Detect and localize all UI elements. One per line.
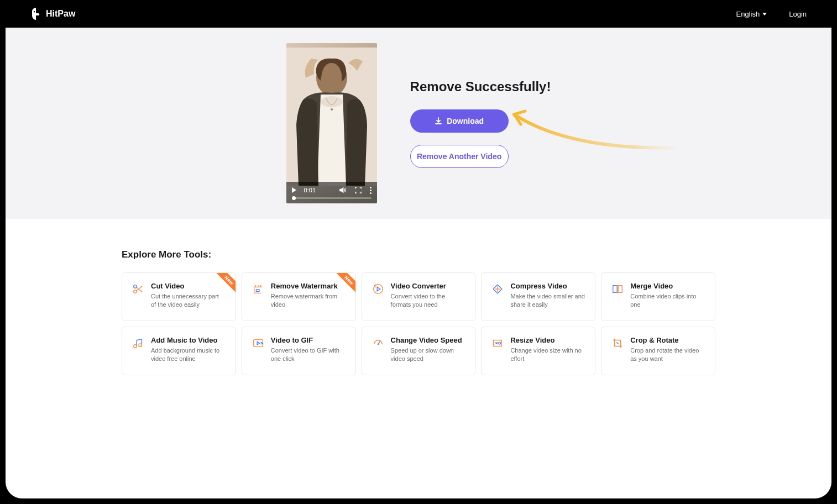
tool-desc: Speed up or slow down video speed	[391, 347, 465, 364]
svg-rect-12	[254, 340, 263, 347]
tool-title: Add Music to Video	[151, 336, 226, 344]
tools-section: Explore More Tools: Cut Video Cut the un…	[6, 219, 831, 375]
tool-card-cut-video[interactable]: Cut Video Cut the unnecessary part of th…	[122, 272, 236, 321]
merge-icon	[611, 283, 624, 295]
remove-another-button[interactable]: Remove Another Video	[410, 145, 509, 168]
language-selector[interactable]: English	[736, 10, 767, 18]
tool-card-merge-video[interactable]: Merge Video Combine video clips into one	[601, 272, 715, 321]
download-icon	[435, 117, 442, 125]
speed-icon	[372, 337, 384, 349]
crop-icon	[611, 337, 624, 349]
video-preview[interactable]: 0:01	[286, 43, 377, 203]
tool-title: Video to GIF	[271, 336, 346, 344]
remove-another-label: Remove Another Video	[417, 152, 501, 161]
resize-icon	[491, 337, 504, 349]
controls-row: 0:01	[292, 186, 372, 194]
download-label: Download	[447, 117, 484, 125]
tool-card-remove-watermark[interactable]: Remove Watermark Remove watermark from v…	[242, 272, 356, 321]
success-title: Remove Successfully!	[410, 79, 551, 95]
hitpaw-logo-icon	[30, 8, 41, 20]
more-options-icon[interactable]	[370, 187, 372, 194]
brand-logo[interactable]: HitPaw	[30, 8, 75, 20]
eraser-icon	[252, 283, 264, 295]
scissors-icon	[132, 283, 144, 295]
tool-title: Merge Video	[630, 282, 705, 290]
app-container: HitPaw English Login	[0, 0, 837, 504]
tool-desc: Change video size with no effort	[510, 347, 585, 364]
tools-heading: Explore More Tools:	[122, 249, 715, 260]
play-button[interactable]	[292, 187, 296, 193]
tool-title: Crop & Rotate	[630, 336, 705, 344]
tool-card-video-converter[interactable]: Video Converter Convert video to the for…	[362, 272, 476, 321]
progress-thumb[interactable]	[292, 196, 296, 200]
header-right: English Login	[736, 10, 807, 18]
tool-title: Remove Watermark	[271, 282, 346, 290]
tool-desc: Convert video to GIF with one click	[271, 347, 346, 364]
video-thumbnail-image	[286, 48, 377, 186]
svg-point-10	[134, 345, 137, 348]
tool-card-crop-rotate[interactable]: Crop & Rotate Crop and rotate the video …	[601, 327, 715, 375]
login-link[interactable]: Login	[789, 10, 807, 18]
video-controls: 0:01	[286, 182, 377, 203]
tool-title: Compress Video	[510, 282, 585, 290]
download-button[interactable]: Download	[410, 109, 509, 133]
svg-point-13	[377, 343, 379, 345]
language-label: English	[736, 10, 760, 18]
tool-card-add-music[interactable]: Add Music to Video Add background music …	[122, 327, 236, 375]
fullscreen-icon[interactable]	[354, 186, 362, 194]
annotation-arrow	[510, 107, 687, 156]
tool-desc: Convert video to the formats you need	[391, 292, 465, 309]
header: HitPaw English Login	[6, 0, 831, 28]
tool-desc: Make the video smaller and share it easi…	[510, 292, 585, 309]
tool-title: Video Converter	[391, 282, 465, 290]
volume-icon[interactable]	[339, 186, 347, 194]
tool-card-video-to-gif[interactable]: Video to GIF Convert video to GIF with o…	[242, 327, 356, 375]
tool-title: Change Video Speed	[391, 336, 465, 344]
svg-point-3	[331, 108, 333, 111]
video-time: 0:01	[304, 187, 316, 193]
hero-section: 0:01 Remove Successfully! Download	[6, 28, 831, 219]
svg-point-11	[139, 344, 142, 347]
chevron-down-icon	[762, 13, 767, 15]
tool-title: Cut Video	[151, 282, 226, 290]
tool-card-compress-video[interactable]: Compress Video Make the video smaller an…	[481, 272, 595, 321]
svg-point-6	[373, 285, 383, 294]
converter-icon	[372, 283, 384, 295]
tool-card-resize-video[interactable]: Resize Video Change video size with no e…	[481, 327, 595, 375]
music-icon	[132, 337, 144, 349]
tool-desc: Remove watermark from video	[271, 292, 346, 309]
svg-point-2	[321, 96, 343, 107]
compress-icon	[491, 283, 504, 295]
tool-card-change-speed[interactable]: Change Video Speed Speed up or slow down…	[362, 327, 476, 375]
actions-panel: Remove Successfully! Download Remove Ano…	[410, 79, 551, 168]
tool-desc: Cut the unnecessary part of the video ea…	[151, 292, 226, 309]
tool-desc: Crop and rotate the video as you want	[630, 347, 705, 364]
svg-point-15	[499, 342, 501, 344]
tool-desc: Combine video clips into one	[630, 292, 705, 309]
tool-title: Resize Video	[510, 336, 585, 344]
gif-icon	[252, 337, 264, 349]
tool-desc: Add background music to video free onlin…	[151, 347, 226, 364]
progress-bar[interactable]	[292, 197, 372, 199]
brand-name: HitPaw	[46, 9, 75, 19]
tools-grid: Cut Video Cut the unnecessary part of th…	[122, 272, 715, 375]
inner-panel: HitPaw English Login	[6, 0, 831, 498]
